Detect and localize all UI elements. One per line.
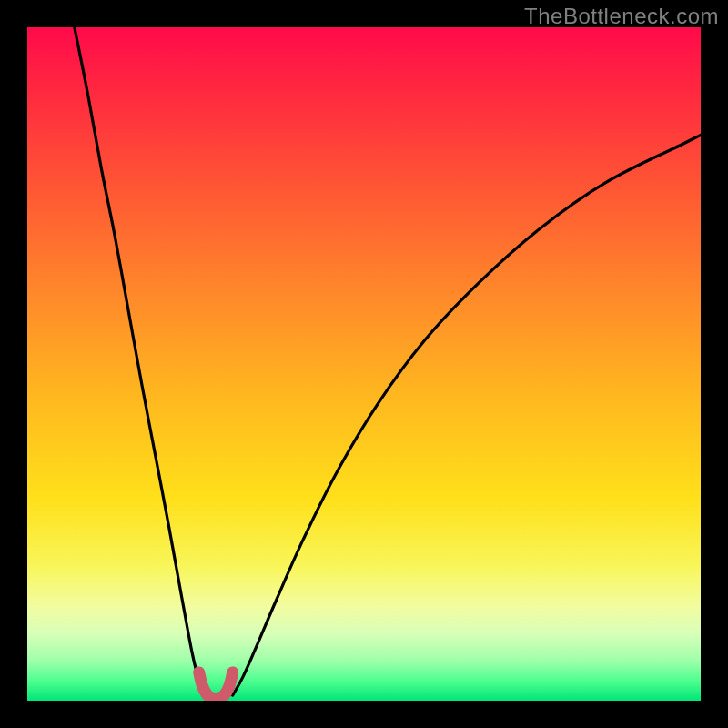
chart-background: [27, 27, 701, 701]
watermark-text: TheBottleneck.com: [524, 4, 719, 29]
bottleneck-chart: [27, 27, 701, 701]
chart-frame: [27, 27, 701, 701]
